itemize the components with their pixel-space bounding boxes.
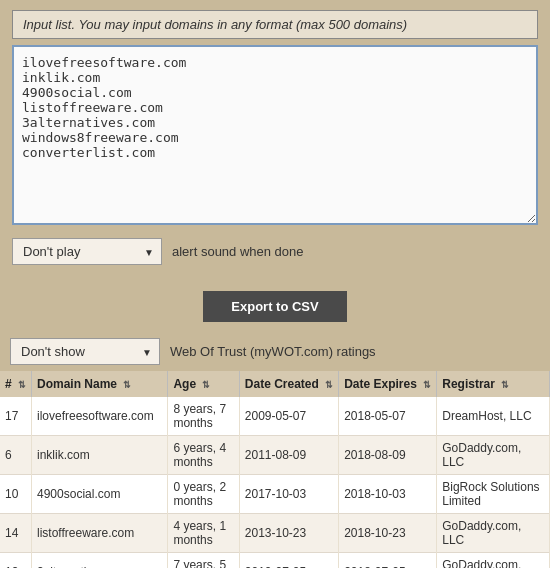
cell-created: 2010-07-05 xyxy=(239,553,338,569)
cell-domain: 3alternatives.com xyxy=(32,553,168,569)
sort-icon-created: ⇅ xyxy=(325,380,333,390)
filter-label: Web Of Trust (myWOT.com) ratings xyxy=(170,344,376,359)
filter-select[interactable]: Don't show Show all Show only flagged xyxy=(10,338,160,365)
sort-icon-domain: ⇅ xyxy=(123,380,131,390)
cell-age: 4 years, 1 months xyxy=(168,514,239,553)
cell-num: 17 xyxy=(0,397,32,436)
table-row: 13 3alternatives.com 7 years, 5 months 2… xyxy=(0,553,550,569)
cell-age: 7 years, 5 months xyxy=(168,553,239,569)
cell-created: 2017-10-03 xyxy=(239,475,338,514)
cell-num: 14 xyxy=(0,514,32,553)
cell-age: 8 years, 7 months xyxy=(168,397,239,436)
cell-domain: ilovefreesoftware.com xyxy=(32,397,168,436)
cell-created: 2013-10-23 xyxy=(239,514,338,553)
col-header-expires[interactable]: Date Expires ⇅ xyxy=(339,371,437,397)
col-header-registrar[interactable]: Registrar ⇅ xyxy=(437,371,550,397)
cell-num: 13 xyxy=(0,553,32,569)
table-body: 17 ilovefreesoftware.com 8 years, 7 mont… xyxy=(0,397,550,568)
col-header-domain[interactable]: Domain Name ⇅ xyxy=(32,371,168,397)
cell-domain: 4900social.com xyxy=(32,475,168,514)
cell-registrar: GoDaddy.com, LLC xyxy=(437,514,550,553)
export-row: Export to CSV xyxy=(0,285,550,332)
cell-registrar: BigRock Solutions Limited xyxy=(437,475,550,514)
sort-icon-registrar: ⇅ xyxy=(501,380,509,390)
cell-registrar: GoDaddy.com, LLC xyxy=(437,436,550,475)
filter-row: Don't show Show all Show only flagged We… xyxy=(0,332,550,371)
sort-icon-expires: ⇅ xyxy=(423,380,431,390)
sound-row: Don't play Beep Ding Bell alert sound wh… xyxy=(12,238,538,265)
cell-expires: 2018-07-05 xyxy=(339,553,437,569)
cell-created: 2011-08-09 xyxy=(239,436,338,475)
sort-icon-age: ⇅ xyxy=(202,380,210,390)
cell-domain: listoffreeware.com xyxy=(32,514,168,553)
cell-num: 6 xyxy=(0,436,32,475)
table-section: # ⇅ Domain Name ⇅ Age ⇅ Date Created ⇅ D… xyxy=(0,371,550,568)
cell-created: 2009-05-07 xyxy=(239,397,338,436)
col-header-num[interactable]: # ⇅ xyxy=(0,371,32,397)
cell-expires: 2018-08-09 xyxy=(339,436,437,475)
cell-age: 0 years, 2 months xyxy=(168,475,239,514)
col-header-age[interactable]: Age ⇅ xyxy=(168,371,239,397)
cell-registrar: GoDaddy.com, LLC xyxy=(437,553,550,569)
input-label: Input list. You may input domains in any… xyxy=(12,10,538,39)
filter-select-wrapper: Don't show Show all Show only flagged xyxy=(10,338,160,365)
table-row: 10 4900social.com 0 years, 2 months 2017… xyxy=(0,475,550,514)
cell-age: 6 years, 4 months xyxy=(168,436,239,475)
results-table: # ⇅ Domain Name ⇅ Age ⇅ Date Created ⇅ D… xyxy=(0,371,550,568)
table-row: 14 listoffreeware.com 4 years, 1 months … xyxy=(0,514,550,553)
cell-expires: 2018-10-23 xyxy=(339,514,437,553)
cell-registrar: DreamHost, LLC xyxy=(437,397,550,436)
table-row: 6 inklik.com 6 years, 4 months 2011-08-0… xyxy=(0,436,550,475)
cell-domain: inklik.com xyxy=(32,436,168,475)
cell-expires: 2018-05-07 xyxy=(339,397,437,436)
cell-expires: 2018-10-03 xyxy=(339,475,437,514)
top-section: Input list. You may input domains in any… xyxy=(0,0,550,277)
sound-select[interactable]: Don't play Beep Ding Bell xyxy=(12,238,162,265)
middle-section: Export to CSV Don't show Show all Show o… xyxy=(0,277,550,371)
export-csv-button[interactable]: Export to CSV xyxy=(203,291,346,322)
domain-textarea[interactable] xyxy=(12,45,538,225)
table-row: 17 ilovefreesoftware.com 8 years, 7 mont… xyxy=(0,397,550,436)
col-header-created[interactable]: Date Created ⇅ xyxy=(239,371,338,397)
sound-select-wrapper: Don't play Beep Ding Bell xyxy=(12,238,162,265)
sort-icon-num: ⇅ xyxy=(18,380,26,390)
cell-num: 10 xyxy=(0,475,32,514)
sound-label: alert sound when done xyxy=(172,244,304,259)
table-header-row: # ⇅ Domain Name ⇅ Age ⇅ Date Created ⇅ D… xyxy=(0,371,550,397)
